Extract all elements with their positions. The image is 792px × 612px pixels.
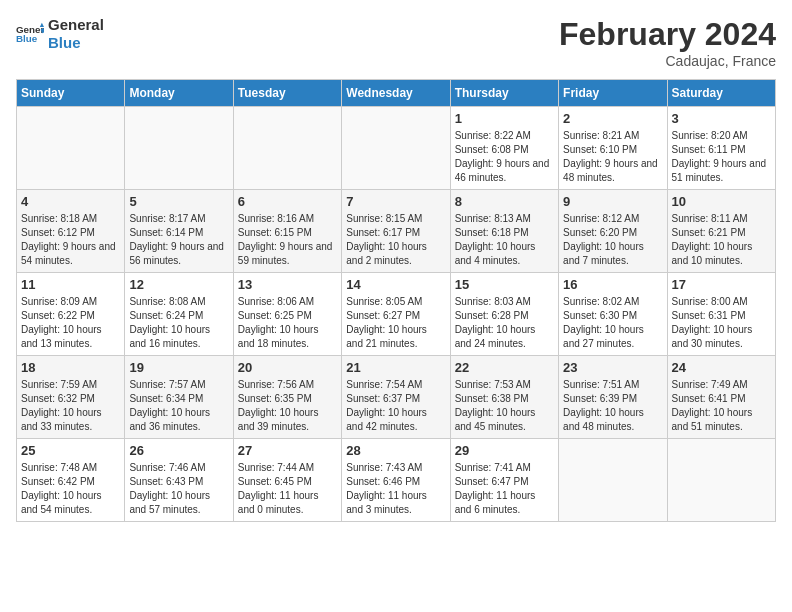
- cell-week2-day6: 10Sunrise: 8:11 AMSunset: 6:21 PMDayligh…: [667, 190, 775, 273]
- day-number: 22: [455, 360, 554, 375]
- day-number: 18: [21, 360, 120, 375]
- day-info: Sunrise: 7:43 AMSunset: 6:46 PMDaylight:…: [346, 461, 445, 517]
- cell-week1-day5: 2Sunrise: 8:21 AMSunset: 6:10 PMDaylight…: [559, 107, 667, 190]
- cell-week4-day4: 22Sunrise: 7:53 AMSunset: 6:38 PMDayligh…: [450, 356, 558, 439]
- cell-week2-day4: 8Sunrise: 8:13 AMSunset: 6:18 PMDaylight…: [450, 190, 558, 273]
- cell-week3-day4: 15Sunrise: 8:03 AMSunset: 6:28 PMDayligh…: [450, 273, 558, 356]
- week-row-5: 25Sunrise: 7:48 AMSunset: 6:42 PMDayligh…: [17, 439, 776, 522]
- cell-week3-day2: 13Sunrise: 8:06 AMSunset: 6:25 PMDayligh…: [233, 273, 341, 356]
- cell-week1-day1: [125, 107, 233, 190]
- day-info: Sunrise: 8:09 AMSunset: 6:22 PMDaylight:…: [21, 295, 120, 351]
- day-info: Sunrise: 7:46 AMSunset: 6:43 PMDaylight:…: [129, 461, 228, 517]
- title-block: February 2024 Cadaujac, France: [559, 16, 776, 69]
- day-number: 8: [455, 194, 554, 209]
- day-info: Sunrise: 7:56 AMSunset: 6:35 PMDaylight:…: [238, 378, 337, 434]
- day-info: Sunrise: 7:41 AMSunset: 6:47 PMDaylight:…: [455, 461, 554, 517]
- day-number: 29: [455, 443, 554, 458]
- day-number: 27: [238, 443, 337, 458]
- logo-blue-text: Blue: [48, 34, 104, 52]
- cell-week3-day5: 16Sunrise: 8:02 AMSunset: 6:30 PMDayligh…: [559, 273, 667, 356]
- day-info: Sunrise: 8:20 AMSunset: 6:11 PMDaylight:…: [672, 129, 771, 185]
- cell-week1-day6: 3Sunrise: 8:20 AMSunset: 6:11 PMDaylight…: [667, 107, 775, 190]
- day-info: Sunrise: 8:16 AMSunset: 6:15 PMDaylight:…: [238, 212, 337, 268]
- cell-week5-day5: [559, 439, 667, 522]
- cell-week4-day5: 23Sunrise: 7:51 AMSunset: 6:39 PMDayligh…: [559, 356, 667, 439]
- cell-week2-day1: 5Sunrise: 8:17 AMSunset: 6:14 PMDaylight…: [125, 190, 233, 273]
- day-info: Sunrise: 8:21 AMSunset: 6:10 PMDaylight:…: [563, 129, 662, 185]
- day-number: 24: [672, 360, 771, 375]
- day-info: Sunrise: 7:57 AMSunset: 6:34 PMDaylight:…: [129, 378, 228, 434]
- day-number: 7: [346, 194, 445, 209]
- day-number: 12: [129, 277, 228, 292]
- day-info: Sunrise: 7:49 AMSunset: 6:41 PMDaylight:…: [672, 378, 771, 434]
- day-number: 6: [238, 194, 337, 209]
- day-number: 10: [672, 194, 771, 209]
- day-number: 1: [455, 111, 554, 126]
- cell-week3-day6: 17Sunrise: 8:00 AMSunset: 6:31 PMDayligh…: [667, 273, 775, 356]
- day-info: Sunrise: 8:05 AMSunset: 6:27 PMDaylight:…: [346, 295, 445, 351]
- week-row-1: 1Sunrise: 8:22 AMSunset: 6:08 PMDaylight…: [17, 107, 776, 190]
- day-number: 3: [672, 111, 771, 126]
- cell-week4-day6: 24Sunrise: 7:49 AMSunset: 6:41 PMDayligh…: [667, 356, 775, 439]
- cell-week1-day3: [342, 107, 450, 190]
- day-number: 23: [563, 360, 662, 375]
- cell-week2-day0: 4Sunrise: 8:18 AMSunset: 6:12 PMDaylight…: [17, 190, 125, 273]
- day-number: 16: [563, 277, 662, 292]
- col-saturday: Saturday: [667, 80, 775, 107]
- page-header: General Blue General Blue February 2024 …: [16, 16, 776, 69]
- day-info: Sunrise: 8:08 AMSunset: 6:24 PMDaylight:…: [129, 295, 228, 351]
- day-info: Sunrise: 8:15 AMSunset: 6:17 PMDaylight:…: [346, 212, 445, 268]
- day-info: Sunrise: 7:54 AMSunset: 6:37 PMDaylight:…: [346, 378, 445, 434]
- day-number: 28: [346, 443, 445, 458]
- day-info: Sunrise: 8:13 AMSunset: 6:18 PMDaylight:…: [455, 212, 554, 268]
- cell-week1-day0: [17, 107, 125, 190]
- cell-week4-day2: 20Sunrise: 7:56 AMSunset: 6:35 PMDayligh…: [233, 356, 341, 439]
- cell-week3-day1: 12Sunrise: 8:08 AMSunset: 6:24 PMDayligh…: [125, 273, 233, 356]
- cell-week2-day2: 6Sunrise: 8:16 AMSunset: 6:15 PMDaylight…: [233, 190, 341, 273]
- day-info: Sunrise: 7:51 AMSunset: 6:39 PMDaylight:…: [563, 378, 662, 434]
- day-info: Sunrise: 8:00 AMSunset: 6:31 PMDaylight:…: [672, 295, 771, 351]
- week-row-3: 11Sunrise: 8:09 AMSunset: 6:22 PMDayligh…: [17, 273, 776, 356]
- col-tuesday: Tuesday: [233, 80, 341, 107]
- cell-week4-day3: 21Sunrise: 7:54 AMSunset: 6:37 PMDayligh…: [342, 356, 450, 439]
- day-number: 13: [238, 277, 337, 292]
- day-info: Sunrise: 8:06 AMSunset: 6:25 PMDaylight:…: [238, 295, 337, 351]
- cell-week2-day3: 7Sunrise: 8:15 AMSunset: 6:17 PMDaylight…: [342, 190, 450, 273]
- cell-week1-day2: [233, 107, 341, 190]
- logo-general-text: General: [48, 16, 104, 34]
- day-number: 21: [346, 360, 445, 375]
- cell-week4-day0: 18Sunrise: 7:59 AMSunset: 6:32 PMDayligh…: [17, 356, 125, 439]
- col-wednesday: Wednesday: [342, 80, 450, 107]
- day-number: 4: [21, 194, 120, 209]
- cell-week1-day4: 1Sunrise: 8:22 AMSunset: 6:08 PMDaylight…: [450, 107, 558, 190]
- col-sunday: Sunday: [17, 80, 125, 107]
- week-row-2: 4Sunrise: 8:18 AMSunset: 6:12 PMDaylight…: [17, 190, 776, 273]
- col-monday: Monday: [125, 80, 233, 107]
- col-thursday: Thursday: [450, 80, 558, 107]
- day-info: Sunrise: 8:22 AMSunset: 6:08 PMDaylight:…: [455, 129, 554, 185]
- day-info: Sunrise: 8:17 AMSunset: 6:14 PMDaylight:…: [129, 212, 228, 268]
- day-number: 25: [21, 443, 120, 458]
- day-info: Sunrise: 8:12 AMSunset: 6:20 PMDaylight:…: [563, 212, 662, 268]
- month-title: February 2024: [559, 16, 776, 53]
- day-number: 19: [129, 360, 228, 375]
- cell-week3-day3: 14Sunrise: 8:05 AMSunset: 6:27 PMDayligh…: [342, 273, 450, 356]
- day-info: Sunrise: 8:18 AMSunset: 6:12 PMDaylight:…: [21, 212, 120, 268]
- week-row-4: 18Sunrise: 7:59 AMSunset: 6:32 PMDayligh…: [17, 356, 776, 439]
- cell-week3-day0: 11Sunrise: 8:09 AMSunset: 6:22 PMDayligh…: [17, 273, 125, 356]
- cell-week5-day0: 25Sunrise: 7:48 AMSunset: 6:42 PMDayligh…: [17, 439, 125, 522]
- day-number: 5: [129, 194, 228, 209]
- cell-week2-day5: 9Sunrise: 8:12 AMSunset: 6:20 PMDaylight…: [559, 190, 667, 273]
- day-info: Sunrise: 8:02 AMSunset: 6:30 PMDaylight:…: [563, 295, 662, 351]
- day-number: 15: [455, 277, 554, 292]
- day-info: Sunrise: 7:48 AMSunset: 6:42 PMDaylight:…: [21, 461, 120, 517]
- col-friday: Friday: [559, 80, 667, 107]
- logo-icon: General Blue: [16, 20, 44, 48]
- day-number: 26: [129, 443, 228, 458]
- calendar-table: Sunday Monday Tuesday Wednesday Thursday…: [16, 79, 776, 522]
- cell-week5-day2: 27Sunrise: 7:44 AMSunset: 6:45 PMDayligh…: [233, 439, 341, 522]
- cell-week5-day4: 29Sunrise: 7:41 AMSunset: 6:47 PMDayligh…: [450, 439, 558, 522]
- cell-week5-day1: 26Sunrise: 7:46 AMSunset: 6:43 PMDayligh…: [125, 439, 233, 522]
- day-number: 9: [563, 194, 662, 209]
- svg-text:Blue: Blue: [16, 33, 38, 44]
